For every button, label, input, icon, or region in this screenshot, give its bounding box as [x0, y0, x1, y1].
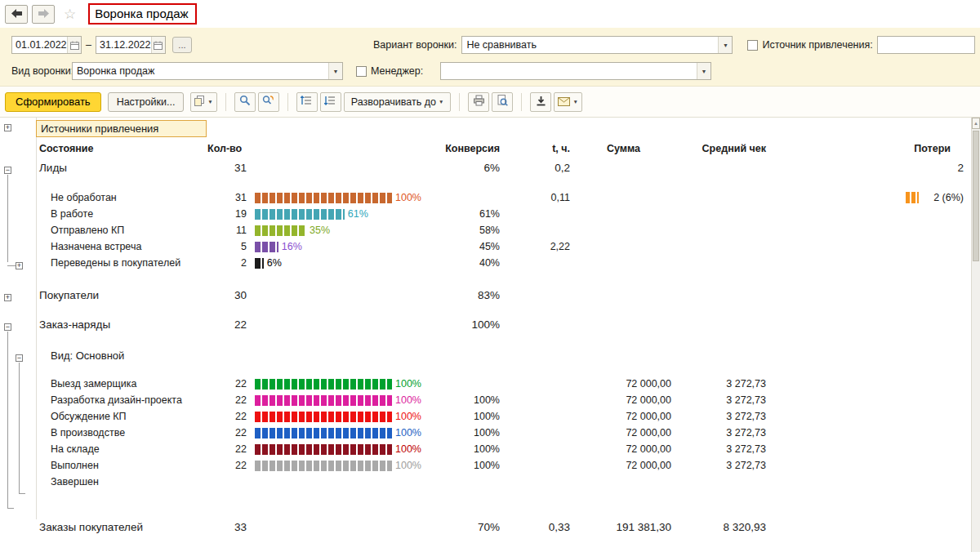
tree-collapse-toggle[interactable]	[4, 323, 11, 331]
report-rows: Источники привлечения Состояние Кол-во К…	[0, 118, 970, 536]
chevron-down-icon[interactable]: ▼	[718, 37, 732, 53]
table-row[interactable]: На складе 22 100% 100% 72 000,00 3 272,7…	[0, 441, 970, 457]
funnel-bar	[255, 412, 392, 422]
table-row[interactable]: Отправлено КП 11 35% 58%	[0, 222, 970, 238]
kind-label: Вид воронки:	[11, 65, 72, 77]
preview-icon	[497, 95, 508, 109]
tree-expand-toggle[interactable]	[4, 124, 11, 131]
manager-checkbox[interactable]	[356, 66, 367, 77]
calendar-icon[interactable]	[151, 37, 165, 53]
conversion-cell: 58%	[421, 225, 500, 236]
find-next-button[interactable]	[258, 92, 279, 112]
send-mail-button[interactable]: ▼	[554, 92, 581, 112]
kind-value: Воронка продаж	[73, 65, 328, 77]
table-row[interactable]: Покупатели 30 83%	[0, 286, 970, 304]
favorite-star-icon[interactable]: ☆	[64, 6, 76, 23]
vertical-scrollbar[interactable]: ▲	[971, 118, 980, 552]
generate-button[interactable]: Сформировать	[5, 92, 101, 112]
date-to-input[interactable]: 31.12.2022	[96, 36, 166, 54]
date-more-button[interactable]: ...	[172, 37, 192, 53]
bar-percent-label: 100%	[395, 411, 421, 422]
table-row[interactable]: Лиды 31 6% 0,2 2	[0, 158, 970, 176]
state-cell: Заказы покупателей	[36, 521, 207, 533]
avg-cell: 8 320,93	[671, 521, 766, 533]
date-from-input[interactable]: 01.01.2022	[11, 36, 82, 54]
qty-cell: 31	[207, 162, 253, 174]
calendar-icon[interactable]	[67, 37, 81, 53]
table-row[interactable]: Назначена встреча 5 16% 45% 2,22	[0, 238, 970, 255]
bar-percent-label: 100%	[395, 394, 421, 406]
kind-combobox[interactable]: Воронка продаж ▼	[72, 62, 343, 80]
report-variant-button[interactable]: ▼	[190, 92, 216, 112]
variant-combobox[interactable]: Не сравнивать ▼	[461, 36, 733, 54]
table-row[interactable]: В работе 19 61% 61%	[0, 206, 970, 222]
source-checkbox[interactable]	[747, 40, 758, 51]
table-row[interactable]: Заказ-наряды 22 100%	[0, 315, 970, 333]
table-row[interactable]: Разработка дизайн-проекта 22 100% 100% 7…	[0, 392, 970, 408]
qty-cell: 22	[207, 411, 253, 422]
tree-connector-line	[7, 332, 8, 508]
tree-connector-line	[19, 363, 20, 493]
bar-cell: 6%	[253, 257, 421, 269]
group-header-cell[interactable]: Источники привлечения	[36, 120, 207, 137]
time-cell: 2,22	[500, 241, 570, 252]
tree-collapse-toggle[interactable]	[16, 354, 23, 362]
manager-combobox[interactable]: ▼	[440, 62, 711, 80]
search-button[interactable]	[234, 92, 256, 112]
save-export-button[interactable]	[530, 92, 551, 112]
table-row[interactable]: Завершен	[0, 474, 970, 490]
window-header: ☆ Воронка продаж	[0, 0, 980, 28]
funnel-bar	[255, 242, 278, 252]
tree-expand-toggle[interactable]	[16, 262, 23, 269]
conversion-cell: 100%	[421, 460, 500, 471]
table-row[interactable]: Обсуждение КП 22 100% 100% 72 000,00 3 2…	[0, 408, 970, 425]
funnel-bar	[255, 395, 392, 406]
search-icon	[239, 95, 251, 109]
tree-collapse-toggle[interactable]	[4, 167, 11, 174]
avg-cell: 3 272,73	[671, 411, 766, 422]
state-cell: В производстве	[36, 427, 207, 438]
expand-groups-button[interactable]	[320, 92, 341, 112]
funnel-bar	[255, 209, 345, 220]
table-row[interactable]: Вид: Основной	[0, 346, 970, 364]
sum-cell: 72 000,00	[570, 427, 671, 438]
chevron-down-icon: ▼	[207, 99, 212, 105]
print-button[interactable]	[468, 92, 489, 112]
bar-cell: 100%	[253, 460, 421, 471]
conversion-cell: 100%	[421, 394, 500, 406]
source-input[interactable]	[877, 36, 975, 54]
bar-cell: 61%	[253, 208, 421, 220]
toolbar-separator	[287, 93, 288, 111]
funnel-bar	[255, 225, 306, 236]
avg-cell: 3 272,73	[671, 443, 766, 455]
table-row[interactable]: Выезд замерщика 22 100% 72 000,00 3 272,…	[0, 376, 970, 392]
qty-cell: 19	[207, 208, 253, 220]
table-row[interactable]: Переведены в покупателей 2 6% 40%	[0, 255, 970, 271]
bar-percent-label: 100%	[395, 427, 421, 438]
bar-cell	[253, 319, 421, 330]
print-preview-button[interactable]	[492, 92, 513, 112]
funnel-bar	[255, 258, 264, 269]
funnel-bar	[255, 444, 392, 455]
chevron-down-icon[interactable]: ▼	[697, 63, 710, 79]
tree-expand-toggle[interactable]	[4, 294, 11, 301]
table-row[interactable]: Заказы покупателей 33 70% 0,33 191 381,3…	[0, 518, 970, 536]
title-highlight-box: Воронка продаж	[88, 3, 196, 24]
collapse-groups-button[interactable]	[296, 92, 318, 112]
expand-to-button[interactable]: Разворачивать до ▼	[344, 92, 452, 112]
scroll-up-icon[interactable]: ▲	[972, 118, 980, 129]
sum-cell: 191 381,30	[570, 521, 671, 533]
settings-button[interactable]: Настройки...	[108, 92, 185, 112]
table-row[interactable]: В производстве 22 100% 100% 72 000,00 3 …	[0, 425, 970, 441]
table-row[interactable]: Выполнен 22 100% 100% 72 000,00 3 272,73	[0, 457, 970, 474]
state-cell: Разработка дизайн-проекта	[36, 394, 207, 406]
back-button[interactable]	[5, 5, 28, 24]
forward-button[interactable]	[32, 5, 55, 24]
scrollbar-thumb[interactable]	[973, 131, 979, 261]
expand-to-label: Разворачивать до	[351, 96, 436, 108]
sum-cell: 72 000,00	[570, 460, 671, 471]
chevron-down-icon[interactable]: ▼	[328, 63, 342, 79]
table-row[interactable]: Не обработан 31 100% 0,11 2 (6%)	[0, 189, 970, 206]
loss-cell: 2 (6%)	[766, 192, 970, 203]
conversion-cell: 6%	[421, 162, 500, 174]
